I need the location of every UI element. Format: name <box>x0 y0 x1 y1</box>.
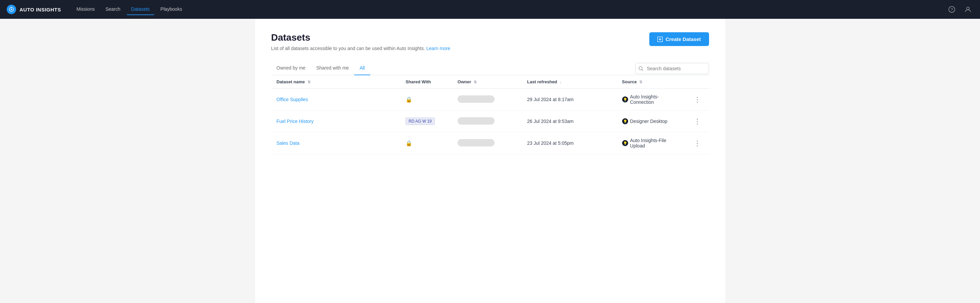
nav-playbooks[interactable]: Playbooks <box>156 4 187 15</box>
lock-icon: 🔒 <box>406 140 412 146</box>
nav-datasets[interactable]: Datasets <box>127 4 154 15</box>
last-refreshed-cell: 26 Jul 2024 at 9:53am <box>522 110 617 132</box>
source-dot-icon: 💡 <box>622 140 628 146</box>
nav-right: ? <box>947 4 973 15</box>
source-cell: 💡 Auto Insights-Connection <box>617 89 686 110</box>
owner-cell <box>452 132 522 154</box>
shared-with-cell: RD AG W 19 <box>400 110 452 132</box>
dataset-name-cell: Sales Data <box>271 132 401 154</box>
source-dot-icon: 💡 <box>622 118 628 124</box>
user-icon-button[interactable] <box>963 4 973 15</box>
last-refreshed-cell: 23 Jul 2024 at 5:05pm <box>522 132 617 154</box>
sort-icon-refreshed: ↓ <box>560 80 562 84</box>
shared-with-cell: 🔒 <box>400 89 452 110</box>
owner-pill <box>458 139 495 147</box>
search-datasets-input[interactable] <box>635 63 709 74</box>
dataset-name-link-office-supplies[interactable]: Office Supplies <box>277 97 308 102</box>
tab-all[interactable]: All <box>354 62 370 75</box>
col-header-owner: Owner ⇅ <box>452 75 522 89</box>
actions-cell: ⋮ <box>686 132 709 154</box>
table-header-row: Dataset name ⇅ Shared With Owner ⇅ Last … <box>271 75 709 89</box>
col-header-actions <box>686 75 709 89</box>
sort-icon-name: ⇅ <box>307 80 310 85</box>
tab-owned-by-me[interactable]: Owned by me <box>271 62 311 75</box>
tabs: Owned by me Shared with me All <box>271 62 370 75</box>
sort-icon-owner: ⇅ <box>474 80 477 85</box>
lock-icon: 🔒 <box>406 97 412 102</box>
owner-cell <box>452 110 522 132</box>
shared-badge: RD AG W 19 <box>406 118 435 125</box>
shared-with-cell: 🔒 <box>400 132 452 154</box>
nav-missions[interactable]: Missions <box>72 4 99 15</box>
more-options-button[interactable]: ⋮ <box>691 94 703 105</box>
nav-links: Missions Search Datasets Playbooks <box>72 4 936 15</box>
search-icon <box>639 66 643 71</box>
page-header: Datasets List of all datasets accessible… <box>271 32 709 51</box>
tab-shared-with-me[interactable]: Shared with me <box>311 62 354 75</box>
learn-more-link[interactable]: Learn more <box>426 46 450 51</box>
source-cell: 💡 Auto Insights-File Upload <box>617 132 686 154</box>
table-row: Fuel Price History RD AG W 19 26 Jul 202… <box>271 110 709 132</box>
owner-pill <box>458 117 495 124</box>
more-options-button[interactable]: ⋮ <box>691 116 703 127</box>
dataset-name-link-sales-data[interactable]: Sales Data <box>277 140 299 146</box>
navbar: AUTO INSIGHTS Missions Search Datasets P… <box>0 0 980 19</box>
source-cell: 💡 Designer Desktop <box>617 110 686 132</box>
svg-text:?: ? <box>951 7 953 12</box>
page-title-section: Datasets List of all datasets accessible… <box>271 32 450 51</box>
datasets-table-container: Dataset name ⇅ Shared With Owner ⇅ Last … <box>271 75 709 154</box>
source-dot-icon: 💡 <box>622 96 628 102</box>
actions-cell: ⋮ <box>686 110 709 132</box>
brand-label: AUTO INSIGHTS <box>19 7 61 13</box>
owner-pill <box>458 96 495 103</box>
last-refreshed-cell: 29 Jul 2024 at 8:17am <box>522 89 617 110</box>
help-icon-button[interactable]: ? <box>947 4 957 15</box>
svg-point-5 <box>967 7 969 10</box>
nav-search[interactable]: Search <box>101 4 125 15</box>
sort-icon-source: ⇅ <box>639 80 642 85</box>
search-wrapper <box>635 63 709 74</box>
page-subtitle: List of all datasets accessible to you a… <box>271 46 450 51</box>
owner-cell <box>452 89 522 110</box>
brand-icon <box>7 5 16 14</box>
table-row: Sales Data 🔒 23 Jul 2024 at 5:05pm 💡 Aut… <box>271 132 709 154</box>
col-header-refreshed: Last refreshed ↓ <box>522 75 617 89</box>
dataset-name-cell: Office Supplies <box>271 89 401 110</box>
main-content: Datasets List of all datasets accessible… <box>255 19 725 303</box>
page-title: Datasets <box>271 32 450 43</box>
brand: AUTO INSIGHTS <box>7 5 61 14</box>
col-header-source: Source ⇅ <box>617 75 686 89</box>
datasets-table: Dataset name ⇅ Shared With Owner ⇅ Last … <box>271 75 709 154</box>
table-row: Office Supplies 🔒 29 Jul 2024 at 8:17am … <box>271 89 709 110</box>
svg-line-10 <box>642 70 643 70</box>
svg-point-1 <box>11 9 12 10</box>
create-dataset-button[interactable]: Create Dataset <box>649 32 709 46</box>
dataset-name-cell: Fuel Price History <box>271 110 401 132</box>
more-options-button[interactable]: ⋮ <box>691 138 703 148</box>
dataset-name-link-fuel-price[interactable]: Fuel Price History <box>277 119 313 124</box>
actions-cell: ⋮ <box>686 89 709 110</box>
col-header-shared: Shared With <box>400 75 452 89</box>
col-header-name: Dataset name ⇅ <box>271 75 401 89</box>
tabs-row: Owned by me Shared with me All <box>271 62 709 75</box>
